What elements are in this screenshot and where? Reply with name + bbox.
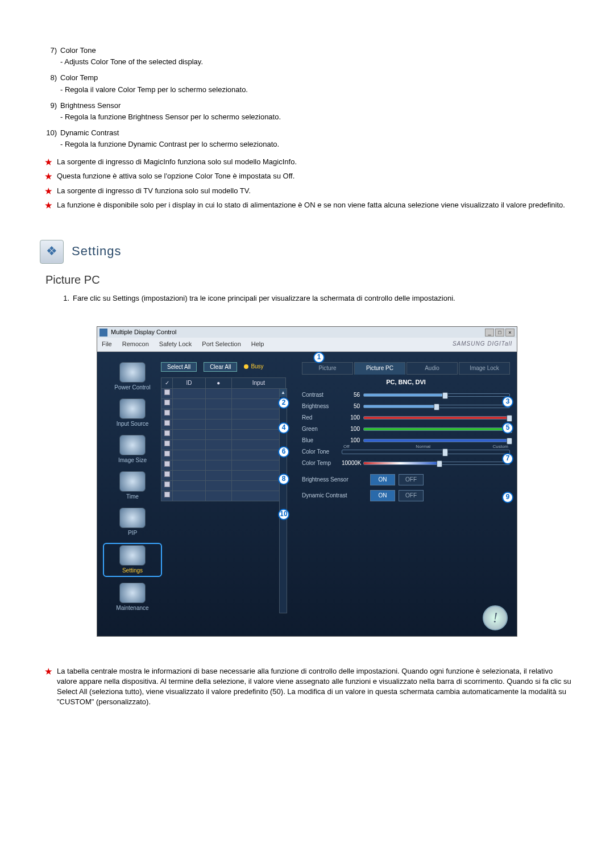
input-mode-label: PC, BNC, DVI xyxy=(302,378,510,387)
table-row[interactable] xyxy=(161,419,286,429)
note-text: La sorgente di ingresso di MagicInfo fun… xyxy=(57,156,574,168)
sidebar-item-time[interactable]: Time xyxy=(104,471,161,501)
red-slider[interactable] xyxy=(363,416,510,420)
red-thumb[interactable] xyxy=(507,415,512,422)
display-list-panel: Select All Clear All Busy ✓ ID ● Input ▲… xyxy=(161,362,286,619)
tab-image-lock[interactable]: Image Lock xyxy=(459,362,510,375)
mdc-window: Multiple Display Control _ □ × FileRemoc… xyxy=(97,326,517,637)
item-title: Color Tone xyxy=(60,45,574,56)
callout-1: 1 xyxy=(313,352,325,363)
minimize-button[interactable]: _ xyxy=(485,329,494,337)
green-value: 100 xyxy=(342,425,363,433)
maximize-button[interactable]: □ xyxy=(495,329,504,337)
step-number: 1. xyxy=(59,293,73,304)
sidebar-label: Time xyxy=(104,493,161,501)
color-tone-thumb[interactable] xyxy=(442,448,448,456)
dynamic-contrast-off-button[interactable]: OFF xyxy=(399,490,424,501)
sidebar-item-pip[interactable]: PIP xyxy=(104,508,161,537)
clear-all-button[interactable]: Clear All xyxy=(204,362,237,372)
star-icon: ★ xyxy=(40,199,57,211)
tone-option-custom: Custom xyxy=(492,443,508,450)
close-button[interactable]: × xyxy=(505,329,515,337)
col-input: Input xyxy=(231,377,285,388)
sidebar-icon xyxy=(119,362,146,383)
note-text: La tabella centrale mostra le informazio… xyxy=(57,665,574,708)
item-desc: - Regola la funzione Brightness Sensor p… xyxy=(60,112,574,122)
star-icon: ★ xyxy=(40,665,57,708)
select-all-button[interactable]: Select All xyxy=(161,362,197,372)
menu-item-port-selection[interactable]: Port Selection xyxy=(202,340,240,348)
item-desc: - Adjusts Color Tone of the selected dis… xyxy=(60,57,574,67)
sidebar-item-power-control[interactable]: Power Control xyxy=(104,362,161,392)
color-tone-slider[interactable]: Off Normal Custom xyxy=(342,450,510,454)
color-temp-label: Color Temp xyxy=(302,459,342,467)
red-value: 100 xyxy=(342,414,363,422)
blue-slider[interactable] xyxy=(363,439,510,442)
contrast-value: 56 xyxy=(342,391,363,399)
sidebar-item-input-source[interactable]: Input Source xyxy=(104,398,161,428)
tab-audio[interactable]: Audio xyxy=(406,362,458,375)
section-heading: Settings xyxy=(40,240,574,264)
table-row[interactable] xyxy=(161,470,286,480)
sidebar-label: Power Control xyxy=(104,384,161,392)
menu-item-help[interactable]: Help xyxy=(251,340,264,348)
brand-label: SAMSUNG DIGITall xyxy=(453,340,512,348)
sidebar: Power ControlInput SourceImage SizeTimeP… xyxy=(104,362,161,619)
table-row[interactable] xyxy=(161,450,286,460)
table-row[interactable] xyxy=(161,439,286,450)
table-row[interactable] xyxy=(161,429,286,439)
sidebar-item-maintenance[interactable]: Maintenance xyxy=(104,583,161,612)
table-row[interactable] xyxy=(161,398,286,409)
sidebar-icon xyxy=(119,398,146,419)
red-label: Red xyxy=(302,414,342,422)
dynamic-contrast-on-button[interactable]: ON xyxy=(370,490,395,501)
brightness-slider[interactable] xyxy=(363,405,510,408)
table-row[interactable] xyxy=(161,388,286,398)
blue-row: Blue100 xyxy=(302,437,510,445)
instruction-step: 1. Fare clic su Settings (impostazioni) … xyxy=(59,293,574,304)
settings-section-icon xyxy=(40,240,64,264)
col-status: ● xyxy=(205,377,231,388)
step-text: Fare clic su Settings (impostazioni) tra… xyxy=(73,293,455,304)
notes-list-top: ★La sorgente di ingresso di MagicInfo fu… xyxy=(40,156,574,211)
settings-panel: 1 PicturePicture PCAudioImage Lock PC, B… xyxy=(286,362,510,619)
contrast-slider[interactable] xyxy=(363,393,510,397)
item-title: Color Temp xyxy=(60,73,574,83)
table-row[interactable] xyxy=(161,460,286,470)
brightness-sensor-on-button[interactable]: ON xyxy=(370,474,395,485)
table-row[interactable] xyxy=(161,409,286,419)
red-row: Red100 xyxy=(302,414,510,422)
brightness-sensor-off-button[interactable]: OFF xyxy=(399,474,424,485)
green-slider[interactable] xyxy=(363,427,510,431)
color-temp-thumb[interactable] xyxy=(437,460,442,467)
color-temp-slider[interactable] xyxy=(363,462,510,465)
note-text: La funzione è disponibile solo per i dis… xyxy=(57,199,574,211)
contrast-row: Contrast56 xyxy=(302,391,510,399)
sidebar-icon xyxy=(119,471,146,492)
brightness-thumb[interactable] xyxy=(434,404,439,410)
brightness-label: Brightness xyxy=(302,402,342,410)
sidebar-item-image-size[interactable]: Image Size xyxy=(104,435,161,464)
info-icon[interactable]: ! xyxy=(483,605,508,630)
menu-item-remocon[interactable]: Remocon xyxy=(122,340,149,348)
item-number: 10) xyxy=(45,128,60,149)
sidebar-icon xyxy=(119,435,146,455)
item-title: Brightness Sensor xyxy=(60,101,574,111)
menu-item-safety-lock[interactable]: Safety Lock xyxy=(159,340,192,348)
item-title: Dynamic Contrast xyxy=(60,128,574,138)
brightness-sensor-row: Brightness Sensor ON OFF xyxy=(302,474,510,485)
item-number: 8) xyxy=(45,73,60,94)
table-row[interactable] xyxy=(161,491,286,501)
col-id: ID xyxy=(173,377,206,388)
display-table[interactable]: ✓ ID ● Input xyxy=(161,377,286,501)
tab-picture[interactable]: Picture xyxy=(302,362,353,375)
contrast-thumb[interactable] xyxy=(442,392,448,399)
table-row[interactable] xyxy=(161,480,286,491)
menu-item-file[interactable]: File xyxy=(102,340,112,348)
sidebar-icon xyxy=(119,508,146,528)
sidebar-label: PIP xyxy=(104,529,161,537)
sidebar-label: Image Size xyxy=(104,456,161,464)
sidebar-label: Input Source xyxy=(104,420,161,428)
sidebar-item-settings[interactable]: Settings xyxy=(104,544,161,576)
tab-picture-pc[interactable]: Picture PC xyxy=(354,362,405,375)
